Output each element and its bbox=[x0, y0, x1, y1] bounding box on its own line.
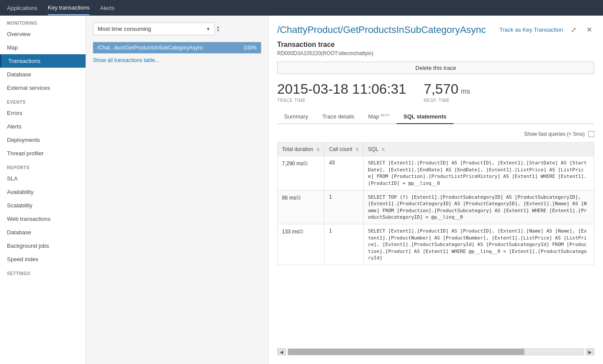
table-row: 86 ms⧉1SELECT TOP (?) [Extent1].[Product… bbox=[278, 190, 594, 224]
sidebar-item-alerts[interactable]: Alerts bbox=[0, 120, 86, 133]
duration-value: 133 ms bbox=[282, 229, 299, 235]
sidebar-item-availability[interactable]: Availability bbox=[0, 185, 86, 199]
col-sql[interactable]: SQL ⇅ bbox=[364, 143, 594, 156]
resp-time-block: 7,570 ms RESP. TIME bbox=[424, 81, 470, 103]
sql-sort-icon: ⇅ bbox=[381, 147, 385, 152]
nav-alerts[interactable]: Alerts bbox=[100, 1, 114, 15]
tab-map[interactable]: Map BETA bbox=[361, 110, 397, 124]
transaction-bar-percentage: 100% bbox=[243, 45, 257, 51]
sidebar-item-map[interactable]: Map bbox=[0, 41, 86, 54]
sidebar-item-database[interactable]: Database bbox=[0, 68, 86, 81]
sql-table-container: Total duration ⇅ Call count ⇅ SQL ⇅ bbox=[277, 142, 594, 343]
resp-time-value: 7,570 bbox=[424, 81, 458, 97]
sidebar-item-sla[interactable]: SLA bbox=[0, 172, 86, 185]
reports-section-label: REPORTS bbox=[0, 160, 86, 172]
sidebar-item-background-jobs[interactable]: Background jobs bbox=[0, 239, 86, 253]
events-section-label: EVENTS bbox=[0, 95, 86, 106]
cell-sql[interactable]: SELECT TOP (?) [Extent1].[ProductSubcate… bbox=[364, 190, 594, 224]
sort-down-icon: ▼ bbox=[216, 29, 220, 33]
fast-queries-label: Show fast queries (< 5ms) bbox=[524, 131, 585, 137]
sidebar-item-scalability[interactable]: Scalability bbox=[0, 199, 86, 212]
scrollbar-track[interactable] bbox=[288, 348, 584, 355]
sql-table: Total duration ⇅ Call count ⇅ SQL ⇅ bbox=[277, 142, 594, 265]
track-key-transaction-button[interactable]: Track as Key Transaction bbox=[500, 26, 563, 33]
sidebar-item-transactions[interactable]: Transactions bbox=[0, 54, 86, 68]
dropdown-arrow-icon: ▾ bbox=[207, 26, 210, 32]
scroll-left-arrow[interactable]: ◀ bbox=[277, 348, 286, 355]
cell-duration: 7,290 ms⧉ bbox=[278, 156, 325, 190]
resp-time-label: RESP. TIME bbox=[424, 98, 470, 103]
copy-icon[interactable]: ⧉ bbox=[303, 160, 308, 167]
sidebar-item-deployments[interactable]: Deployments bbox=[0, 133, 86, 147]
trace-subtitle: RD000D3A105220(ROOT:sitecmchattyio) bbox=[277, 50, 594, 56]
cell-duration: 86 ms⧉ bbox=[278, 190, 325, 224]
tabs-row: Summary Trace details Map BETA SQL state… bbox=[277, 110, 594, 124]
duration-value: 7,290 ms bbox=[282, 161, 303, 167]
detail-panel: /ChattyProduct/GetProductsInSubCategoryA… bbox=[268, 16, 603, 364]
nav-applications[interactable]: Applications bbox=[7, 1, 37, 15]
show-all-transactions-link[interactable]: Show all transactions table... bbox=[93, 57, 159, 63]
close-detail-button[interactable]: ✕ bbox=[584, 24, 594, 35]
transaction-trace-heading: Transaction trace bbox=[277, 41, 594, 49]
top-navigation: Applications Key transactions Alerts bbox=[0, 0, 603, 16]
sidebar-item-overview[interactable]: Overview bbox=[0, 27, 86, 41]
detail-title: /ChattyProduct/GetProductsInSubCategoryA… bbox=[277, 24, 500, 36]
nav-key-transactions[interactable]: Key transactions bbox=[48, 1, 89, 15]
trace-time-value: 2015-03-18 11:06:31 bbox=[277, 81, 406, 97]
dropdown-row: Most time consuming ▾ ▲ ▼ bbox=[93, 23, 261, 35]
sort-arrows[interactable]: ▲ ▼ bbox=[216, 26, 220, 33]
col-call-count[interactable]: Call count ⇅ bbox=[325, 143, 364, 156]
duration-sort-icon: ⇅ bbox=[316, 147, 320, 152]
copy-icon[interactable]: ⧉ bbox=[296, 194, 301, 201]
time-consuming-dropdown[interactable]: Most time consuming ▾ bbox=[93, 23, 215, 35]
table-row: 133 ms⧉1SELECT [Extent1].[ProductID] AS … bbox=[278, 224, 594, 265]
duration-value: 86 ms bbox=[282, 195, 296, 201]
scrollbar-thumb bbox=[288, 349, 524, 355]
delete-trace-button[interactable]: Delete this trace bbox=[277, 62, 594, 74]
tab-trace-details[interactable]: Trace details bbox=[315, 110, 361, 124]
sidebar-item-thread-profiler[interactable]: Thread profiler bbox=[0, 147, 86, 160]
call-count-sort-icon: ⇅ bbox=[355, 147, 359, 152]
copy-icon[interactable]: ⧉ bbox=[299, 228, 303, 235]
tab-summary[interactable]: Summary bbox=[277, 110, 315, 124]
sidebar-item-speed-index[interactable]: Speed index bbox=[0, 253, 86, 266]
sql-code: SELECT [Extent1].[ProductID] AS [Product… bbox=[368, 228, 586, 261]
map-beta-badge: BETA bbox=[381, 113, 389, 117]
cell-call-count: 1 bbox=[325, 190, 364, 224]
cell-sql[interactable]: SELECT [Extent1].[ProductID] AS [Product… bbox=[364, 224, 594, 265]
transaction-bar-label: /Chat...duct/GetProductsInSubCategoryAsy… bbox=[97, 45, 240, 51]
sql-code: SELECT [Extent1].[ProductID] AS [Product… bbox=[368, 160, 586, 186]
transaction-bar[interactable]: /Chat...duct/GetProductsInSubCategoryAsy… bbox=[93, 42, 261, 53]
cell-call-count: 43 bbox=[325, 156, 364, 190]
stats-row: 2015-03-18 11:06:31 TRACE TIME 7,570 ms … bbox=[277, 81, 594, 103]
sql-code: SELECT TOP (?) [Extent1].[ProductSubcate… bbox=[368, 194, 586, 220]
monitoring-section-label: MONITORING bbox=[0, 16, 86, 27]
cell-call-count: 1 bbox=[325, 224, 364, 265]
center-panel: Most time consuming ▾ ▲ ▼ /Chat...duct/G… bbox=[86, 16, 268, 364]
tab-sql-statements[interactable]: SQL statements bbox=[397, 110, 454, 124]
detail-content: Transaction trace RD000D3A105220(ROOT:si… bbox=[277, 41, 594, 355]
scroll-right-arrow[interactable]: ▶ bbox=[586, 348, 594, 355]
trace-time-block: 2015-03-18 11:06:31 TRACE TIME bbox=[277, 81, 406, 103]
cell-sql[interactable]: SELECT [Extent1].[ProductID] AS [Product… bbox=[364, 156, 594, 190]
sidebar-item-external-services[interactable]: External services bbox=[0, 81, 86, 95]
expand-icon-button[interactable]: ⤢ bbox=[568, 24, 579, 35]
col-total-duration[interactable]: Total duration ⇅ bbox=[278, 143, 325, 156]
dropdown-value: Most time consuming bbox=[98, 26, 151, 32]
settings-section-label: SETTINGS bbox=[0, 266, 86, 278]
sidebar-item-errors[interactable]: Errors bbox=[0, 106, 86, 120]
fast-queries-checkbox[interactable] bbox=[588, 131, 594, 137]
sidebar-item-web-transactions[interactable]: Web transactions bbox=[0, 212, 86, 226]
trace-time-label: TRACE TIME bbox=[277, 98, 406, 103]
sidebar-item-database-report[interactable]: Database bbox=[0, 226, 86, 239]
detail-panel-header: /ChattyProduct/GetProductsInSubCategoryA… bbox=[277, 24, 594, 36]
resp-time-unit: ms bbox=[461, 88, 470, 95]
sidebar: MONITORING Overview Map Transactions Dat… bbox=[0, 16, 86, 364]
header-actions: Track as Key Transaction ⤢ ✕ bbox=[500, 24, 594, 35]
table-row: 7,290 ms⧉43SELECT [Extent1].[ProductID] … bbox=[278, 156, 594, 190]
fast-queries-row: Show fast queries (< 5ms) bbox=[277, 131, 594, 137]
scrollbar-row: ◀ ▶ bbox=[277, 348, 594, 355]
cell-duration: 133 ms⧉ bbox=[278, 224, 325, 265]
